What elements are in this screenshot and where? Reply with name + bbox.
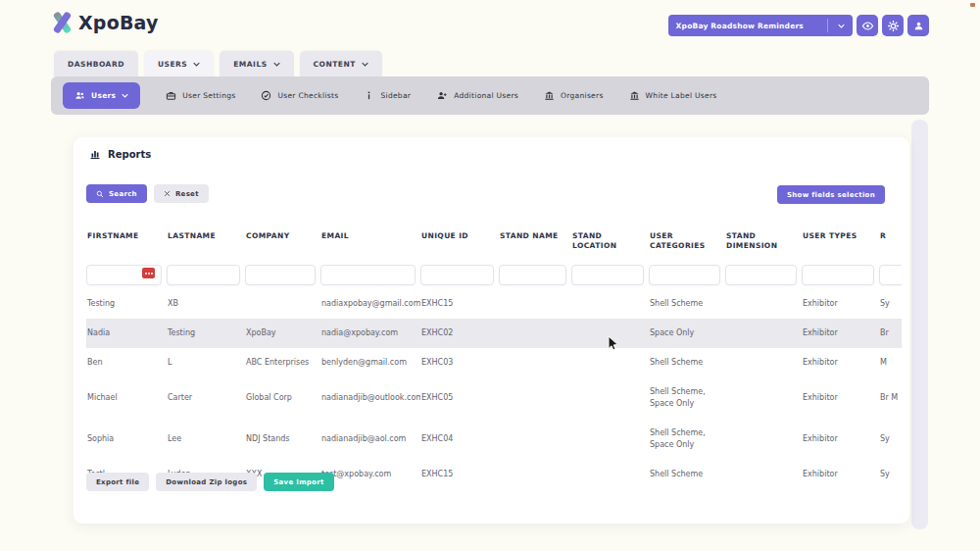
brand-name: XpoBay	[78, 12, 159, 33]
table-header-row: FIRSTNAMELASTNAMECOMPANYEMAILUNIQUE IDST…	[86, 222, 902, 259]
table-cell-lastname: L	[167, 348, 245, 377]
table-cell-unique-id: EXHC03	[420, 348, 499, 377]
subnav-item-sidebar[interactable]: Sidebar	[364, 90, 411, 101]
table-row[interactable]: TestingXBnadiaxpobay@gmail.comEXHC15Shel…	[86, 289, 902, 319]
table-cell-stand-dimension	[725, 389, 802, 407]
search-button[interactable]: Search	[86, 184, 147, 203]
table-cell-stand-location	[571, 354, 649, 372]
table-cell-firstname: Sophia	[86, 425, 167, 454]
tab-content[interactable]: CONTENT	[300, 51, 382, 76]
divider	[827, 19, 828, 32]
table-cell-stand-location	[571, 389, 649, 407]
reset-button[interactable]: Reset	[154, 184, 209, 203]
export-file-label: Export file	[96, 478, 139, 486]
table-cell-stand-dimension	[725, 430, 802, 448]
column-header-stand-name: STAND NAME	[499, 222, 571, 259]
subnav-label: User Checklists	[277, 91, 338, 100]
filter-cell	[167, 259, 245, 289]
table-cell-firstname: Ben	[86, 348, 167, 377]
show-fields-selection-button[interactable]: Show fields selection	[777, 185, 885, 204]
show-fields-label: Show fields selection	[787, 191, 875, 199]
table-cell-stand-location	[571, 430, 649, 448]
tab-label: EMAILS	[233, 60, 267, 69]
table-cell-stand-name	[499, 325, 571, 342]
filter-input-user-types[interactable]	[802, 265, 874, 285]
scrollbar-track[interactable]	[911, 120, 928, 529]
download-zip-logos-button[interactable]: Download Zip logos	[156, 473, 257, 491]
filter-input-stand-location[interactable]	[571, 265, 644, 285]
table-cell-stand-name	[499, 430, 571, 448]
info-icon	[364, 90, 374, 101]
filter-input-user-categories[interactable]	[649, 265, 720, 285]
filter-input-unique-id[interactable]	[420, 265, 494, 285]
table-cell-user-types: Exhibitor	[802, 348, 879, 377]
chevron-down-icon	[362, 62, 368, 67]
bank-icon	[629, 90, 640, 101]
subnav-item-organisers[interactable]: Organisers	[544, 90, 604, 101]
table-cell-stand-dimension	[725, 325, 802, 342]
roadshow-reminders-button[interactable]: XpoBay Roadshow Reminders	[668, 15, 853, 36]
subnav-item-users[interactable]: Users	[63, 82, 140, 109]
filter-input-company[interactable]	[245, 265, 316, 285]
table-cell-unique-id: EXHC04	[420, 425, 499, 454]
subnav-item-user-checklists[interactable]: User Checklists	[261, 90, 338, 101]
profile-user-button[interactable]	[907, 15, 929, 36]
table-cell-company: NDJ Stands	[245, 425, 320, 454]
filter-input-lastname[interactable]	[167, 265, 240, 285]
table-cell-email: nadiaxpobay@gmail.com	[320, 289, 420, 319]
column-header-stand-location: STAND LOCATION	[571, 222, 649, 259]
export-file-button[interactable]: Export file	[86, 473, 149, 491]
table-row[interactable]: MichaelCarterGlobal Corpnadianadjib@outl…	[86, 377, 902, 419]
users-subnav: Users User Settings User Checklists Side…	[51, 76, 929, 115]
table-cell-company: XpoBay	[245, 319, 320, 348]
filter-cell	[571, 259, 649, 289]
save-import-button[interactable]: Save Import	[264, 473, 333, 491]
preview-eye-button[interactable]	[857, 15, 878, 36]
table-cell-lastname: Lee	[167, 425, 245, 454]
table-cell-user-categories: Shell Scheme	[649, 348, 725, 377]
filter-input-stand-name[interactable]	[499, 265, 566, 285]
column-header-user-categories: USER CATEGORIES	[649, 222, 725, 259]
tab-dashboard[interactable]: DASHBOARD	[54, 51, 138, 76]
xpobay-logo-icon	[51, 12, 73, 33]
column-header-lastname: LASTNAME	[167, 222, 245, 259]
tab-users[interactable]: USERS	[144, 51, 214, 76]
roadshow-reminders-label: XpoBay Roadshow Reminders	[676, 22, 804, 30]
table-cell-email: test@xpobay.com	[320, 460, 420, 489]
column-header-stand-dimension: STAND DIMENSION	[725, 222, 802, 259]
subnav-label: Sidebar	[380, 91, 411, 100]
table-cell-stand-name	[499, 466, 571, 483]
table-body: TestingXBnadiaxpobay@gmail.comEXHC15Shel…	[86, 289, 902, 489]
filter-cell	[320, 259, 420, 289]
mouse-cursor	[608, 335, 619, 352]
autofill-extension-icon[interactable]	[142, 268, 155, 278]
settings-gear-button[interactable]	[882, 15, 904, 36]
table-cell-r: Br M	[879, 383, 902, 413]
table-cell-user-types: Exhibitor	[802, 460, 879, 489]
subnav-item-additional-users[interactable]: Additional Users	[436, 90, 518, 101]
table-cell-company: Global Corp	[245, 383, 320, 413]
filter-input-email[interactable]	[320, 265, 416, 285]
filter-input-r[interactable]	[879, 265, 902, 285]
table-cell-stand-name	[499, 389, 571, 407]
filter-cell	[802, 259, 879, 289]
tab-emails[interactable]: EMAILS	[220, 51, 293, 76]
filter-cell	[649, 259, 725, 289]
table-footer-actions: Export file Download Zip logos Save Impo…	[86, 473, 334, 491]
table-cell-email: nadia@xpobay.com	[320, 319, 420, 348]
artifact-dot	[970, 3, 975, 7]
table-cell-r: Sy	[879, 460, 902, 489]
filter-cell	[725, 259, 802, 289]
table-row[interactable]: BenLABC Enterprisesbenlyden@gmail.comEXH…	[86, 348, 902, 377]
table-cell-user-categories: Shell Scheme, Space Only	[649, 377, 725, 419]
save-import-label: Save Import	[273, 478, 323, 486]
briefcase-icon	[166, 90, 176, 101]
filter-input-stand-dimension[interactable]	[725, 265, 797, 285]
subnav-item-user-settings[interactable]: User Settings	[166, 90, 235, 101]
subnav-item-white-label-users[interactable]: White Label Users	[629, 90, 717, 101]
table-row[interactable]: NadiaTestingXpoBaynadia@xpobay.comEXHC02…	[86, 319, 902, 348]
table-cell-company: ABC Enterprises	[245, 348, 320, 377]
reports-title: Reports	[89, 148, 151, 160]
table-row[interactable]: SophiaLeeNDJ Standsnadianadjib@aol.comEX…	[86, 419, 902, 460]
table-cell-r: Br	[879, 319, 902, 348]
